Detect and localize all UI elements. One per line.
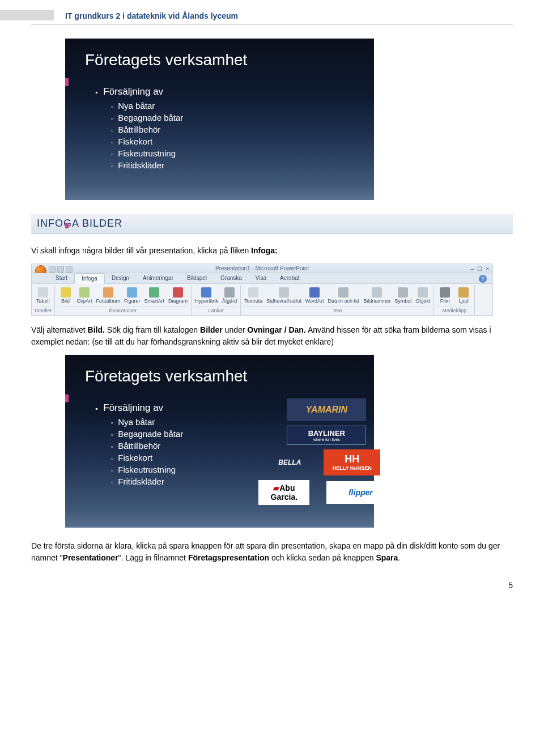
ribbon-tab-granska[interactable]: Granska (214, 273, 249, 283)
paragraph-3: De tre första sidorna är klara, klicka p… (31, 540, 513, 564)
ribbon-btn-label: Åtgärd (222, 299, 237, 304)
-tg-rd-icon (224, 287, 235, 298)
ribbon-btn-label: Bild (61, 299, 70, 304)
ribbon-btn--tg-rd[interactable]: Åtgärd (221, 287, 239, 305)
ribbon-btn-label: SmartArt (144, 299, 165, 304)
ribbon-btn-tabell[interactable]: Tabell (35, 287, 52, 305)
ribbon-tab-acrobat[interactable]: Acrobat (273, 273, 306, 283)
logo-yamarin: YAMARIN (287, 398, 366, 421)
ribbon-tab-design[interactable]: Design (105, 273, 136, 283)
ribbon-btn-hyperl-nk[interactable]: Hyperlänk (194, 287, 219, 305)
qat-redo-icon[interactable] (66, 266, 73, 273)
intro-paragraph: Vi skall infoga några bilder till vår pr… (31, 245, 513, 257)
slide1-sub-item: Fiskeutrustning (111, 148, 357, 158)
ribbon-titlebar: Presentation1 - Microsoft PowerPoint – ☐… (32, 264, 492, 273)
datum-och-tid-icon (338, 287, 348, 298)
ribbon-group-medieklipp: FilmLjudMedieklipp (434, 286, 475, 315)
ribbon-btn-label: Figurer (124, 299, 141, 304)
ribbon-btn-label: WordArt (305, 299, 324, 304)
ribbon-btn-wordart[interactable]: WordArt (304, 287, 325, 305)
symbol-icon (398, 287, 408, 298)
ribbon-tab-animeringar[interactable]: Animeringar (136, 273, 180, 283)
minimize-icon[interactable]: – (471, 266, 474, 272)
qat-save-icon[interactable] (49, 266, 56, 273)
section-heading-infoga-bilder: INFOGA BILDER (31, 214, 513, 233)
ribbon-btn-bildnummer[interactable]: Bildnummer (362, 287, 392, 305)
slide2-logo-area: YAMARIN BAYLINER where fun lives BELLA H… (258, 367, 394, 505)
ribbon-group-label: Illustrationer (57, 306, 189, 314)
ribbon-group-label: Medieklipp (436, 306, 472, 314)
slide-accent (65, 223, 69, 228)
maximize-icon[interactable]: ☐ (477, 266, 482, 272)
page-header: IT grundkurs 2 i datateknik vid Ålands l… (65, 11, 513, 20)
window-controls: – ☐ × (471, 266, 489, 272)
ribbon-group-tabeller: TabellTabeller (32, 286, 55, 315)
clipart-icon (79, 287, 90, 298)
ribbon-btn-diagram[interactable]: Diagram (167, 287, 189, 305)
tabell-icon (38, 287, 48, 298)
ribbon-body: TabellTabellerBildClipArtFotoalbumFigure… (32, 284, 492, 315)
slide1-sub-item: Fiskekort (111, 137, 357, 146)
ribbon-btn-bild[interactable]: Bild (57, 287, 74, 305)
ribbon-tab-start[interactable]: Start (49, 273, 74, 283)
ribbon-btn-label: Tabell (36, 299, 50, 304)
qat-undo-icon[interactable] (57, 266, 64, 273)
close-icon[interactable]: × (486, 266, 489, 272)
logo-bella: BELLA (273, 456, 307, 469)
logo-abu-garcia: ▰AbuGarcia. (258, 480, 309, 505)
slide1-sub-item: Fritidskläder (111, 160, 357, 170)
help-icon[interactable]: ? (479, 275, 487, 283)
ribbon-btn-symbol[interactable]: Symbol (393, 287, 413, 305)
ribbon-btn-sidhuvud-sidfot[interactable]: Sidhuvud/sidfot (265, 287, 303, 305)
ljud-icon (458, 287, 469, 298)
slide2-sub-item: Fiskekort (111, 453, 247, 462)
ribbon-btn-textruta[interactable]: Textruta (243, 287, 264, 305)
slide-accent (65, 78, 69, 86)
logo-bayliner: BAYLINER where fun lives (287, 426, 366, 445)
logo-helly-hansen: HH HELLY HANSEN (324, 449, 380, 475)
ribbon-group-illustrationer: BildClipArtFotoalbumFigurerSmartArtDiagr… (55, 286, 192, 315)
header-rule (31, 24, 513, 24)
ribbon-tab-bildspel[interactable]: Bildspel (180, 273, 214, 283)
page-number: 5 (31, 581, 513, 590)
ribbon-btn-label: Hyperlänk (195, 299, 218, 304)
logo-flipper: flipper (326, 481, 394, 504)
bild-icon (61, 287, 71, 298)
slide2-sub-item: Nya båtar (111, 417, 247, 427)
objekt-icon (418, 287, 428, 298)
ribbon-group-länkar: HyperlänkÅtgärdLänkar (192, 286, 241, 315)
ribbon-btn-label: ClipArt (77, 299, 92, 304)
ribbon-tab-visa[interactable]: Visa (249, 273, 273, 283)
slide1-list-heading: Försäljning av Nya båtarBegagnade båtarB… (95, 86, 357, 170)
page-margin-tab (0, 10, 54, 20)
bildnummer-icon (372, 287, 382, 298)
ribbon-group-label: Text (243, 306, 431, 314)
ribbon-group-label: Tabeller (34, 306, 52, 314)
ribbon-btn-objekt[interactable]: Objekt (414, 287, 431, 305)
slide1-sub-item: Båttillbehör (111, 125, 357, 134)
ribbon-btn-figurer[interactable]: Figurer (123, 287, 142, 305)
ribbon-btn-film[interactable]: Film (436, 287, 453, 305)
ribbon-btn-datum-och-tid[interactable]: Datum och tid (327, 287, 361, 305)
ribbon-btn-label: Bildnummer (363, 299, 390, 304)
ribbon-group-label: Länkar (194, 306, 238, 314)
ribbon-btn-label: Symbol (394, 299, 411, 304)
ribbon-tab-infoga[interactable]: Infoga (74, 273, 105, 284)
ribbon-btn-fotoalbum[interactable]: Fotoalbum (95, 287, 122, 305)
slide2-sub-item: Begagnade båtar (111, 429, 247, 439)
ribbon-btn-ljud[interactable]: Ljud (455, 287, 472, 305)
slide2-list-heading: Försäljning av Nya båtarBegagnade båtarB… (95, 402, 247, 486)
slide2-sub-item: Båttillbehör (111, 441, 247, 451)
slide2-sub-item: Fritidskläder (111, 477, 247, 486)
slide-preview-1: Företagets verksamhet Försäljning av Nya… (65, 39, 374, 200)
ribbon-btn-clipart[interactable]: ClipArt (76, 287, 94, 305)
sidhuvud-sidfot-icon (279, 287, 289, 298)
hyperl-nk-icon (201, 287, 211, 298)
ribbon-btn-label: Diagram (168, 299, 188, 304)
ribbon-btn-label: Fotoalbum (96, 299, 121, 304)
ribbon-group-text: TextrutaSidhuvud/sidfotWordArtDatum och … (241, 286, 434, 315)
ribbon-btn-label: Objekt (415, 299, 430, 304)
slide1-sub-item: Begagnade båtar (111, 113, 357, 122)
film-icon (440, 287, 450, 298)
ribbon-btn-smartart[interactable]: SmartArt (143, 287, 166, 305)
